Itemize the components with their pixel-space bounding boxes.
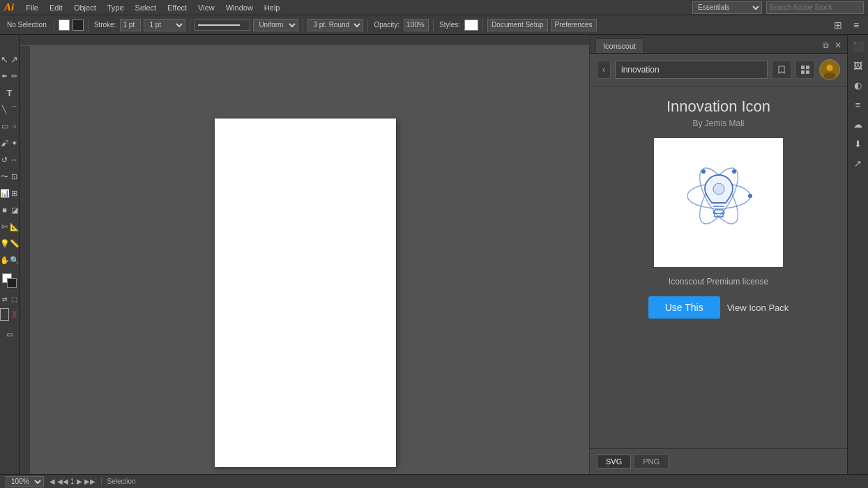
warp-tools: 〜 ⊡: [0, 169, 19, 184]
opacity-label: Opacity:: [372, 21, 401, 29]
current-tool-label: Selection: [107, 478, 136, 485]
menu-help[interactable]: Help: [259, 2, 285, 13]
arrange-btn[interactable]: ⊞: [830, 17, 846, 33]
warp-tool[interactable]: 〜: [0, 169, 9, 184]
ruler-corner: [4, 38, 15, 49]
bookmark-icon: [777, 65, 786, 75]
preferences-btn[interactable]: Preferences: [551, 19, 597, 31]
eyedropper-tools: 💡 📏: [0, 236, 19, 251]
format-tab-png[interactable]: PNG: [634, 455, 669, 468]
zoom-select[interactable]: 100%: [6, 476, 44, 487]
menu-effect[interactable]: Effect: [162, 2, 192, 13]
style-swatch[interactable]: [464, 20, 478, 31]
type-tool[interactable]: T: [2, 85, 17, 100]
menu-object[interactable]: Object: [69, 2, 101, 13]
menu-window[interactable]: Window: [221, 2, 258, 13]
rect-tool[interactable]: ▭: [0, 119, 9, 134]
fill-stroke-mode-tools: ╳: [0, 308, 19, 321]
none-fill-btn[interactable]: [0, 308, 9, 321]
blend-tool[interactable]: ◪: [10, 202, 19, 218]
paintbrush-tool[interactable]: 🖌: [0, 135, 9, 151]
page-next-btn[interactable]: ▶: [77, 478, 82, 485]
gradient-tool[interactable]: ■: [0, 202, 9, 218]
right-tool-links[interactable]: ↗: [850, 155, 867, 171]
panel-close-btn[interactable]: ✕: [835, 40, 842, 50]
right-tool-cc-cloud[interactable]: ☁: [850, 116, 867, 132]
line-tool[interactable]: ╲: [0, 102, 9, 117]
default-colors-btn[interactable]: ⬚: [10, 291, 19, 307]
right-tool-artboards[interactable]: 🖼: [850, 57, 867, 74]
stock-search-input[interactable]: [766, 1, 864, 14]
scale-tool[interactable]: ↔: [10, 152, 19, 167]
format-tab-svg[interactable]: SVG: [597, 455, 631, 468]
sep2: [88, 19, 89, 31]
zoom-tool[interactable]: 🔍: [10, 252, 19, 268]
eyedropper-tool[interactable]: 💡: [0, 236, 9, 251]
rotate-tool[interactable]: ↺: [0, 152, 9, 167]
page-first-btn[interactable]: ◀◀: [57, 478, 68, 485]
hand-tools: ✋ 🔍: [0, 252, 19, 268]
iconscout-tab[interactable]: Iconscout: [595, 38, 644, 53]
grid-view-btn[interactable]: [795, 61, 815, 79]
free-transform-tool[interactable]: ⊡: [10, 169, 19, 184]
search-back-btn[interactable]: ‹: [597, 61, 611, 79]
menu-edit[interactable]: Edit: [45, 2, 68, 13]
panel-toggle-btn[interactable]: ≡: [848, 17, 864, 33]
curvature-tool[interactable]: ✏: [10, 68, 19, 84]
document-setup-btn[interactable]: Document Setup: [487, 19, 548, 31]
opacity-input[interactable]: [404, 19, 429, 31]
uniform-select[interactable]: Uniform: [253, 19, 298, 31]
right-tool-cc-libraries[interactable]: ◐: [850, 77, 867, 93]
stroke-swatch-large[interactable]: [7, 278, 17, 288]
icon-preview: [654, 138, 783, 267]
svg-point-13: [701, 169, 706, 174]
right-tool-properties[interactable]: ≡: [850, 96, 867, 113]
stroke-input[interactable]: [120, 19, 141, 31]
graph-tool[interactable]: 📊: [0, 185, 9, 201]
ruler-horizontal: [20, 35, 589, 46]
panel-float-btn[interactable]: ⧉: [823, 40, 829, 50]
hand-tool[interactable]: ✋: [0, 252, 9, 268]
page-prev-btn[interactable]: ◀: [50, 478, 55, 485]
svg-point-23: [713, 183, 724, 195]
pen-tool[interactable]: ✒: [0, 68, 9, 84]
artboard-tool[interactable]: ▭: [2, 326, 17, 342]
swap-colors-btn[interactable]: ⇄: [0, 291, 9, 307]
view-icon-pack-button[interactable]: View Icon Pack: [727, 303, 789, 313]
menu-view[interactable]: View: [193, 2, 220, 13]
direct-selection-tool[interactable]: ↗: [10, 52, 19, 67]
ellipse-tool[interactable]: ○: [10, 119, 19, 134]
stroke-style[interactable]: [195, 20, 250, 31]
column-graph-tool[interactable]: 📐: [10, 219, 19, 234]
brush-select[interactable]: 3 pt. Round: [307, 19, 363, 31]
symbol-sprayer-tool[interactable]: ✄: [0, 219, 9, 234]
user-avatar[interactable]: [819, 59, 840, 80]
menu-select[interactable]: Select: [130, 2, 162, 13]
rotate-tools: ↺ ↔: [0, 152, 19, 167]
shaper-tool[interactable]: ✦: [10, 135, 19, 151]
stroke-select[interactable]: 1 pt: [144, 19, 185, 31]
stroke-color-swatch[interactable]: [73, 20, 84, 31]
fill-color-swatch[interactable]: [59, 20, 70, 31]
page-last-btn[interactable]: ▶▶: [84, 478, 96, 485]
sep7: [482, 19, 483, 31]
menu-file[interactable]: File: [21, 2, 43, 13]
selection-tool[interactable]: ↖: [0, 52, 9, 67]
search-icon-btn[interactable]: [772, 61, 791, 79]
mesh-tool[interactable]: ⊞: [10, 185, 19, 201]
main-layout: ↖ ↗ ✒ ✏ T ╲ ⌒ ▭ ○ 🖌 ✦ ↺ ↔ 〜 ⊡ 📊 ⊞: [0, 35, 868, 474]
essentials-dropdown[interactable]: Essentials: [692, 1, 762, 14]
right-tool-asset-export[interactable]: ⬇: [850, 135, 867, 152]
gradient-fill-btn[interactable]: ╳: [10, 308, 19, 321]
status-sep: [101, 478, 102, 486]
measure-tool[interactable]: 📏: [10, 236, 19, 251]
panel-actions: Use This View Icon Pack: [648, 296, 789, 319]
iconscout-search-input[interactable]: innovation: [615, 61, 768, 79]
panel-tab-bar: Iconscout ⧉ ✕: [590, 36, 847, 54]
arc-tool[interactable]: ⌒: [10, 102, 19, 117]
grid-icon: [800, 65, 810, 75]
right-tool-layers[interactable]: ⬛: [850, 38, 867, 54]
use-this-button[interactable]: Use This: [648, 296, 720, 319]
canvas-area: [20, 35, 589, 474]
menu-type[interactable]: Type: [102, 2, 129, 13]
